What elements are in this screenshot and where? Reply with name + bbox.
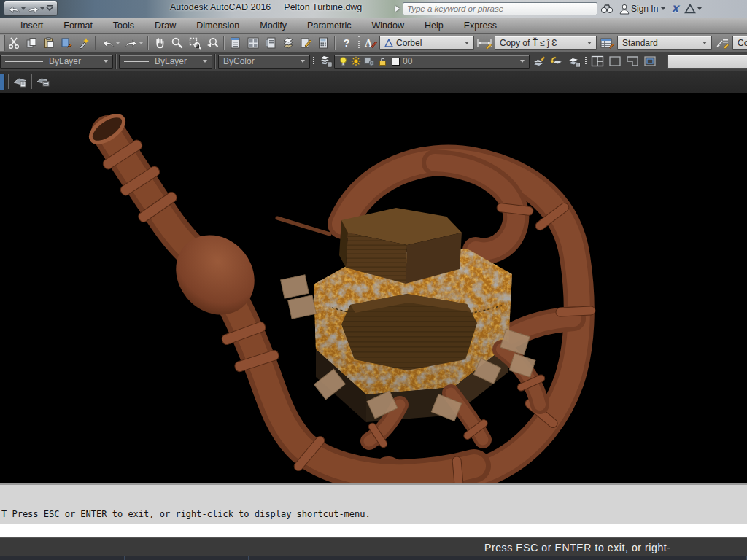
text-style-button[interactable]: A	[362, 35, 379, 51]
polygonal-viewport-button[interactable]	[624, 53, 641, 69]
plot-style-combo[interactable]: ByColor	[218, 55, 310, 69]
linetype-sample	[124, 61, 149, 62]
layer-combo[interactable]: 00	[334, 55, 530, 69]
properties-palette-button[interactable]	[227, 35, 244, 51]
menu-item[interactable]: Modify	[249, 19, 297, 32]
a360-caret[interactable]	[697, 7, 702, 10]
clipped-tool-icon[interactable]	[0, 74, 5, 90]
viewport-scale-field[interactable]	[667, 55, 747, 69]
toolbar-grip[interactable]	[584, 55, 587, 68]
table-style-value: Standard	[622, 38, 658, 48]
convert-object-viewport-icon	[643, 55, 657, 67]
dimension-style-combo-caret[interactable]	[584, 42, 595, 44]
help-button[interactable]: ?	[338, 35, 355, 51]
menu-item[interactable]: Insert	[10, 19, 53, 32]
clipboard-icon	[42, 36, 55, 50]
a360-button[interactable]	[681, 1, 705, 17]
sign-in-button[interactable]: Sign In	[616, 1, 668, 17]
table-style-combo-caret[interactable]	[700, 42, 710, 44]
menu-item[interactable]: Draw	[144, 19, 186, 32]
dimension-style-button[interactable]	[474, 35, 495, 51]
convert-object-viewport-button[interactable]	[641, 53, 659, 69]
undo-arrow-icon	[101, 37, 120, 48]
table-style-combo[interactable]: Standard	[617, 36, 712, 50]
clipped-toolbar-icon[interactable]	[0, 35, 5, 51]
tool-palettes-button[interactable]	[262, 35, 279, 51]
paste-special-icon	[60, 36, 73, 50]
cut-button[interactable]	[5, 35, 23, 51]
menu-item[interactable]: Format	[53, 19, 103, 32]
undo-button[interactable]	[8, 4, 26, 14]
layer-states-button[interactable]	[565, 53, 582, 69]
paste-button[interactable]	[40, 35, 58, 51]
zoom-realtime-button[interactable]	[169, 35, 186, 51]
qat-customize-button[interactable]	[46, 4, 53, 13]
layer-properties-button[interactable]	[317, 53, 334, 69]
menu-item[interactable]: Window	[362, 19, 414, 32]
drawing-viewport[interactable]	[0, 93, 747, 483]
layer-combo-caret[interactable]	[517, 60, 527, 63]
menu-item[interactable]: Tools	[103, 19, 144, 32]
text-style-mini-icon	[384, 39, 393, 47]
copy-button[interactable]	[23, 35, 40, 51]
pan-hand-icon	[153, 36, 166, 50]
layer-walk-button[interactable]	[11, 72, 28, 91]
menu-item[interactable]: Help	[414, 19, 454, 32]
plot-style-caret[interactable]	[298, 60, 308, 63]
command-history[interactable]: T Press ESC or ENTER to exit, or right-c…	[0, 485, 747, 524]
toolbar-grip[interactable]	[311, 55, 315, 68]
redo-dropdown-caret[interactable]	[40, 7, 44, 10]
table-style-button[interactable]	[597, 35, 617, 51]
zoom-window-button[interactable]	[186, 35, 204, 51]
layer-match-button[interactable]	[34, 72, 52, 91]
match-properties-button[interactable]	[75, 35, 93, 51]
linetype-caret[interactable]	[200, 60, 210, 63]
sheet-set-manager-button[interactable]	[279, 35, 297, 51]
menu-item[interactable]: Express	[454, 19, 507, 32]
command-input[interactable]	[0, 524, 747, 537]
multileader-style-combo[interactable]: Copy of S	[732, 36, 747, 50]
single-viewport-button[interactable]	[606, 53, 624, 69]
text-style-combo[interactable]: Corbel	[379, 36, 474, 50]
autocad-window: Autodesk AutoCAD 2016Pelton Turbine.dwg …	[0, 0, 747, 560]
lineweight-caret[interactable]	[101, 60, 111, 63]
exchange-apps-button[interactable]: X	[668, 1, 681, 17]
layer-states-icon	[567, 55, 581, 68]
status-bar-buttons-strip[interactable]	[0, 556, 747, 560]
docked-toolbar-strip	[0, 71, 747, 93]
dimension-style-combo[interactable]: Copy of Ť ≤ ĵ Ɛ	[495, 36, 597, 50]
markup-button[interactable]	[297, 35, 314, 51]
linetype-combo[interactable]: ByLayer	[119, 55, 212, 69]
paste-special-button[interactable]	[58, 35, 75, 51]
undo-icon	[8, 4, 20, 14]
match-properties-brush-icon	[77, 36, 90, 50]
make-object-layer-current-button[interactable]	[530, 53, 547, 69]
menu-item[interactable]: Dimension	[186, 19, 249, 32]
redo-toolbar-button[interactable]	[122, 35, 145, 51]
text-style-combo-caret[interactable]	[462, 42, 472, 44]
infocenter-expand-icon[interactable]	[395, 6, 400, 12]
search-input[interactable]	[403, 2, 597, 15]
quickcalc-button[interactable]	[314, 35, 332, 51]
toolbar-separator	[223, 36, 225, 50]
layer-unlock-icon	[378, 56, 387, 66]
multileader-style-button[interactable]	[712, 35, 732, 51]
menu-item[interactable]: Parametric	[297, 19, 361, 32]
sign-in-caret[interactable]	[661, 7, 665, 10]
pan-button[interactable]	[151, 35, 169, 51]
layer-vp-freeze-icon	[364, 56, 375, 66]
designcenter-button[interactable]	[244, 35, 262, 51]
lineweight-combo[interactable]: ByLayer	[0, 55, 113, 69]
toolbar-grip[interactable]	[357, 36, 360, 50]
zoom-previous-button[interactable]	[204, 35, 221, 51]
zoom-window-icon	[188, 36, 201, 50]
layer-previous-icon	[549, 55, 563, 68]
undo-dropdown-caret[interactable]	[21, 7, 26, 10]
search-button[interactable]	[597, 1, 616, 17]
layer-name-value: 00	[403, 56, 412, 66]
viewports-dialog-button[interactable]	[589, 53, 606, 69]
redo-button[interactable]	[27, 4, 44, 14]
properties-toolbar: ByLayer ByLayer ByColor	[0, 52, 747, 71]
undo-toolbar-button[interactable]	[98, 35, 122, 51]
layer-previous-button[interactable]	[547, 53, 565, 69]
